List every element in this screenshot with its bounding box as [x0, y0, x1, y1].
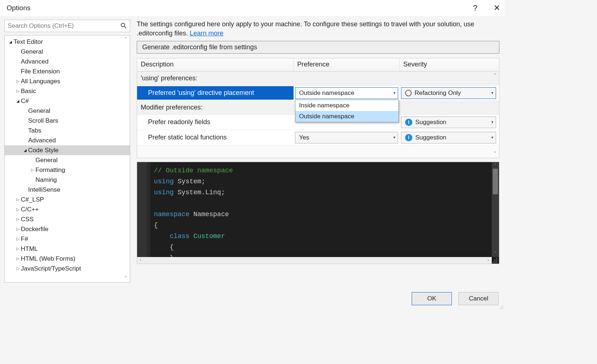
- severity-dropdown[interactable]: i Suggestion ▾: [401, 132, 496, 143]
- window-title: Options: [7, 4, 30, 12]
- code-scrollbar-vertical[interactable]: ˄ ˅: [492, 162, 499, 257]
- close-icon[interactable]: ✕: [494, 3, 500, 13]
- expand-right-icon[interactable]: ▷: [15, 266, 21, 271]
- ok-button[interactable]: OK: [412, 292, 452, 305]
- svg-line-1: [125, 27, 126, 28]
- preference-dropdown-popup[interactable]: Inside namespace Outside namespace: [295, 100, 399, 122]
- cell-desc: Preferred 'using' directive placement: [137, 86, 294, 100]
- tree-item-label: General: [35, 157, 57, 164]
- expand-down-icon[interactable]: ◢: [8, 40, 14, 44]
- tree-item[interactable]: ▷General: [5, 47, 130, 57]
- expand-right-icon[interactable]: ▷: [15, 227, 21, 231]
- col-description[interactable]: Description: [137, 58, 294, 71]
- expand-right-icon[interactable]: ▷: [15, 79, 21, 84]
- scroll-down-icon[interactable]: ˅: [494, 251, 496, 256]
- option-outside-namespace[interactable]: Outside namespace: [295, 111, 398, 122]
- grid-scrollbar[interactable]: ˄ ˅: [492, 73, 498, 156]
- severity-dropdown[interactable]: Refactoring Only ▾: [401, 87, 496, 99]
- info-text-body: The settings configured here only apply …: [137, 20, 474, 37]
- tree-item[interactable]: ▷File Extension: [5, 66, 130, 76]
- tree-item[interactable]: ▷F#: [5, 234, 130, 244]
- learn-more-link[interactable]: Learn more: [190, 30, 223, 37]
- cancel-button[interactable]: Cancel: [458, 292, 499, 305]
- scroll-left-icon[interactable]: ‹: [139, 258, 142, 263]
- expand-right-icon[interactable]: ▷: [15, 246, 21, 251]
- tree-item[interactable]: ◢Text Editor: [5, 37, 130, 47]
- severity-dropdown[interactable]: i Suggestion ▾: [401, 116, 496, 128]
- info-text: The settings configured here only apply …: [137, 20, 499, 38]
- generate-editorconfig-button[interactable]: Generate .editorconfig file from setting…: [137, 41, 499, 54]
- tree-item[interactable]: ▷Naming: [5, 175, 130, 185]
- expand-right-icon[interactable]: ▷: [15, 256, 21, 261]
- expand-right-icon[interactable]: ▷: [15, 89, 21, 93]
- tree-item[interactable]: ▷C#_LSP: [5, 195, 130, 204]
- search-input[interactable]: [4, 20, 130, 32]
- grid-header: Description Preference Severity: [137, 58, 499, 72]
- help-icon[interactable]: ?: [473, 3, 477, 13]
- tree-item-label: Formatting: [35, 166, 65, 174]
- tree-item-label: File Extension: [21, 68, 60, 75]
- scroll-right-icon[interactable]: ›: [487, 258, 490, 263]
- tree-item[interactable]: ▷Advanced: [5, 135, 130, 145]
- resize-grip-icon[interactable]: [492, 257, 498, 264]
- option-inside-namespace[interactable]: Inside namespace: [295, 100, 398, 111]
- tree-item-label: C#_LSP: [21, 196, 44, 203]
- search-icon[interactable]: [120, 22, 127, 29]
- tree-item[interactable]: ▷Tabs: [5, 126, 130, 135]
- tree-scrollbar[interactable]: ˄ ˅: [122, 37, 129, 281]
- tree-item[interactable]: ▷JavaScript/TypeScript: [5, 264, 130, 273]
- expand-right-icon[interactable]: ▷: [15, 197, 21, 202]
- tree-item[interactable]: ▷HTML (Web Forms): [5, 254, 130, 264]
- tree-item[interactable]: ▷Formatting: [5, 165, 130, 175]
- tree-item[interactable]: ▷General: [5, 155, 130, 165]
- code-scrollbar-horizontal[interactable]: ‹ ›: [137, 257, 492, 264]
- tree-item-label: Advanced: [21, 58, 49, 65]
- tree-item[interactable]: ▷IntelliSense: [5, 185, 130, 195]
- tree-item-label: Tabs: [28, 127, 41, 134]
- expand-right-icon[interactable]: ▷: [30, 168, 35, 172]
- svg-point-0: [121, 23, 125, 27]
- tree-item[interactable]: ◢Code Style: [5, 145, 130, 155]
- scroll-up-icon[interactable]: ˄: [125, 37, 127, 42]
- scroll-down-icon[interactable]: ˅: [125, 276, 127, 281]
- expand-down-icon[interactable]: ◢: [15, 99, 21, 103]
- tree-item[interactable]: ▷Dockerfile: [5, 224, 130, 234]
- col-preference[interactable]: Preference: [294, 58, 400, 71]
- tree-item[interactable]: ▷Basic: [5, 86, 130, 96]
- tree-item-label: CSS: [21, 216, 34, 223]
- scrollbar-thumb[interactable]: [493, 169, 498, 194]
- tree-item[interactable]: ◢C#: [5, 96, 130, 106]
- tree-item-label: Advanced: [28, 137, 56, 144]
- code-preview: // Outside namespace using System; using…: [137, 162, 499, 264]
- code-lines: // Outside namespace using System; using…: [154, 165, 490, 264]
- preference-dropdown[interactable]: Yes ▾: [295, 132, 398, 143]
- settings-grid: Description Preference Severity 'using' …: [137, 58, 499, 158]
- tree-item-label: HTML: [21, 245, 38, 253]
- tree-item[interactable]: ▷General: [5, 106, 130, 116]
- expand-down-icon[interactable]: ◢: [22, 148, 28, 152]
- tree-item[interactable]: ▷All Languages: [5, 76, 130, 86]
- window-resize-grip-icon[interactable]: [499, 304, 504, 310]
- tree-item[interactable]: ▷Scroll Bars: [5, 116, 130, 126]
- scroll-up-icon[interactable]: ˄: [494, 163, 496, 168]
- options-tree[interactable]: ◢Text Editor▷General▷Advanced▷File Exten…: [4, 35, 130, 283]
- scroll-up-icon[interactable]: ˄: [494, 73, 496, 78]
- row-prefer-static-local-functions[interactable]: Prefer static local functions Yes ▾ i Su…: [137, 130, 499, 145]
- col-severity[interactable]: Severity: [400, 58, 499, 71]
- group-using-preferences: 'using' preferences:: [137, 72, 499, 85]
- row-using-directive-placement[interactable]: Preferred 'using' directive placement Ou…: [137, 85, 499, 101]
- scroll-down-icon[interactable]: ˅: [494, 151, 496, 156]
- expand-right-icon[interactable]: ▷: [15, 207, 21, 212]
- chevron-down-icon: ▾: [393, 91, 396, 95]
- tree-item[interactable]: ▷CSS: [5, 214, 130, 224]
- tree-item[interactable]: ▷HTML: [5, 244, 130, 254]
- preference-dropdown[interactable]: Outside namespace ▾: [295, 87, 398, 99]
- tree-item-label: All Languages: [21, 78, 60, 85]
- severity-value: Refactoring Only: [415, 89, 488, 97]
- tree-item[interactable]: ▷C/C++: [5, 204, 130, 214]
- tree-item-label: IntelliSense: [28, 186, 60, 194]
- expand-right-icon[interactable]: ▷: [15, 237, 21, 241]
- expand-right-icon[interactable]: ▷: [15, 217, 21, 222]
- tree-item-label: Code Style: [28, 147, 58, 154]
- tree-item[interactable]: ▷Advanced: [5, 57, 130, 66]
